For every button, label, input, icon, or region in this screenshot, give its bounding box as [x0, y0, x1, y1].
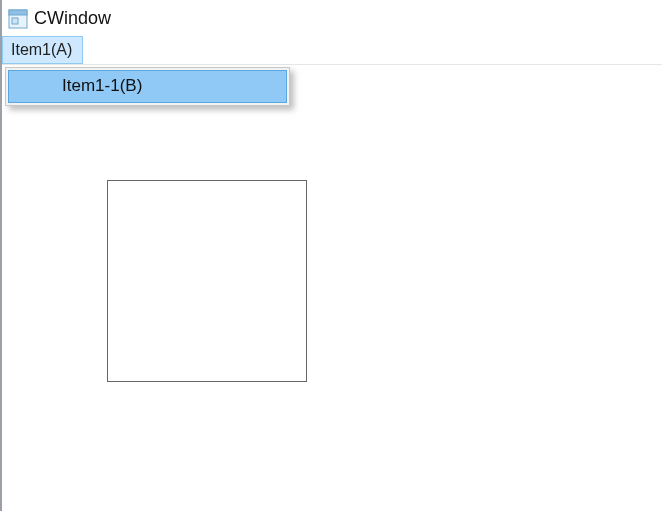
menu-item-label: Item1(A) — [11, 41, 72, 58]
menubar-divider — [83, 49, 662, 50]
canvas-box — [107, 180, 307, 382]
menu-item-item1[interactable]: Item1(A) — [2, 36, 83, 64]
menubar: Item1(A) — [2, 35, 662, 65]
window-title: CWindow — [34, 8, 111, 29]
app-icon — [8, 9, 28, 29]
dropdown-menu: Item1-1(B) — [5, 67, 290, 106]
dropdown-item-label: Item1-1(B) — [62, 76, 142, 95]
dropdown-item-item1-1[interactable]: Item1-1(B) — [8, 70, 287, 103]
svg-rect-1 — [9, 10, 27, 15]
svg-rect-2 — [12, 18, 18, 24]
titlebar: CWindow — [2, 0, 662, 35]
